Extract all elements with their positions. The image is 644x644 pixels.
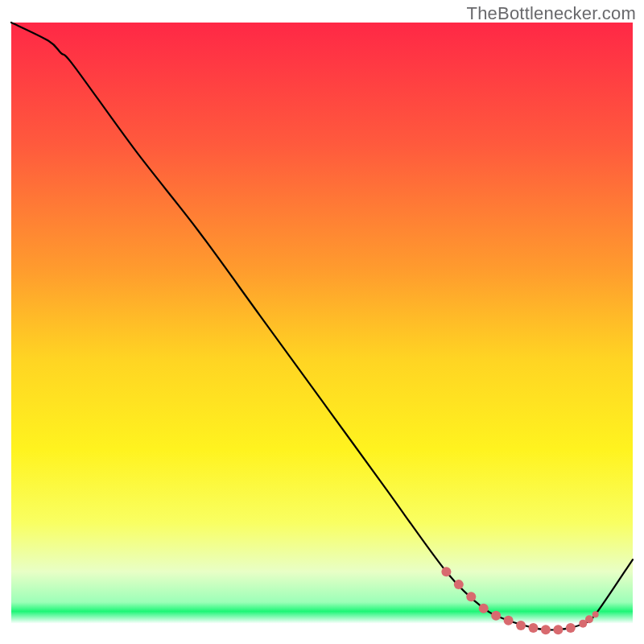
marker-dot (491, 611, 501, 621)
marker-dot (566, 623, 576, 633)
marker-dot (528, 623, 538, 633)
gradient-background (11, 23, 633, 633)
marker-dot (454, 580, 464, 589)
marker-dot (466, 592, 476, 601)
marker-dot (479, 604, 489, 613)
marker-dot (553, 625, 563, 634)
marker-dot (541, 625, 551, 634)
marker-dot (592, 611, 599, 617)
watermark-text: TheBottlenecker.com (467, 3, 636, 24)
marker-dot (504, 616, 514, 625)
marker-dot (516, 621, 526, 630)
chart-svg (0, 0, 644, 644)
marker-dot (585, 615, 593, 623)
marker-dot (441, 567, 451, 576)
chart-stage: TheBottlenecker.com (0, 0, 644, 644)
